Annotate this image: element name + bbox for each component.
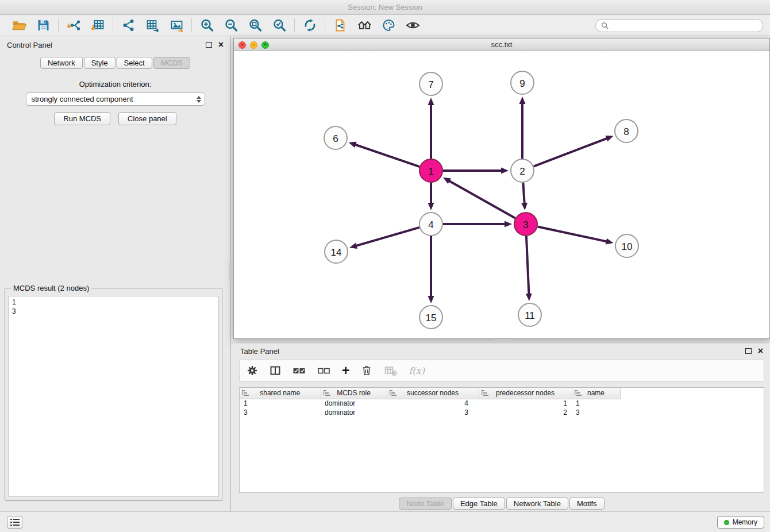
tab-network-table[interactable]: Network Table xyxy=(506,498,568,510)
zoom-fit-button[interactable] xyxy=(243,17,267,34)
delete-column-icon[interactable] xyxy=(361,365,372,376)
deselect-all-icon[interactable] xyxy=(317,365,330,376)
table-cell[interactable]: dominator xyxy=(321,408,387,417)
table-cell[interactable]: 1 xyxy=(572,399,620,408)
search-input[interactable] xyxy=(612,21,757,30)
mcds-result-list[interactable]: 1 3 xyxy=(8,296,219,497)
toolbar-separator xyxy=(113,18,113,32)
column-header-mcds-role[interactable]: MCDS role xyxy=(321,388,387,399)
graph-edge-arrowhead xyxy=(505,221,512,228)
tab-style[interactable]: Style xyxy=(84,57,116,69)
show-panels-button[interactable] xyxy=(7,516,22,529)
tab-motifs[interactable]: Motifs xyxy=(569,498,605,510)
vertical-splitter-handle[interactable] xyxy=(229,261,232,282)
new-network-button[interactable] xyxy=(116,17,140,34)
mcds-result-title: MCDS result (2 nodes) xyxy=(11,284,91,292)
graph-node-label: 9 xyxy=(519,78,525,89)
float-panel-icon[interactable] xyxy=(206,42,212,48)
import-network-button[interactable] xyxy=(61,17,86,34)
table-cell[interactable]: 1 xyxy=(479,399,572,408)
graph-edge-arrowhead xyxy=(606,238,614,245)
zoom-window-icon[interactable]: + xyxy=(261,41,269,49)
table-cell[interactable]: 1 xyxy=(240,399,321,408)
graph-edge-arrowhead xyxy=(349,242,357,249)
table-cell[interactable]: 3 xyxy=(387,408,479,417)
network-canvas[interactable]: 7968124314101511 xyxy=(234,51,769,338)
zoom-out-button[interactable] xyxy=(219,17,243,34)
close-panel-button[interactable]: Close panel xyxy=(118,112,176,125)
zoom-out-icon xyxy=(224,18,238,32)
float-panel-icon[interactable] xyxy=(745,348,752,354)
close-panel-icon[interactable]: × xyxy=(218,40,224,49)
table-cell[interactable]: dominator xyxy=(321,399,387,408)
close-window-icon[interactable]: × xyxy=(238,41,246,49)
network-window-titlebar[interactable]: × − + scc.txt xyxy=(234,38,769,51)
minimize-window-icon[interactable]: − xyxy=(250,41,257,49)
tab-select[interactable]: Select xyxy=(117,57,152,69)
graph-node-label: 8 xyxy=(623,126,629,137)
zoom-selected-button[interactable] xyxy=(267,17,291,34)
memory-button[interactable]: Memory xyxy=(717,516,764,529)
graph-edge-arrowhead xyxy=(428,98,434,105)
export-table-button[interactable] xyxy=(140,17,164,34)
result-item: 1 xyxy=(12,298,215,307)
first-neighbors-button[interactable] xyxy=(352,17,376,34)
select-all-icon[interactable] xyxy=(292,365,306,376)
graph-edge-3-10[interactable] xyxy=(538,226,607,241)
tab-mcds[interactable]: MCDS xyxy=(153,57,190,69)
tab-node-table[interactable]: Node Table xyxy=(399,498,452,510)
copy-view-icon xyxy=(333,18,348,32)
status-bar: Memory xyxy=(0,511,770,532)
column-header-predecessor-nodes[interactable]: predecessor nodes xyxy=(479,388,572,399)
table-cell[interactable]: 3 xyxy=(572,408,620,417)
save-session-button[interactable] xyxy=(31,17,55,34)
graph-edge-3-11[interactable] xyxy=(526,236,529,294)
graph-node-label: 4 xyxy=(428,219,433,230)
import-table-button[interactable] xyxy=(86,17,110,34)
control-panel: Control Panel × Network Style Select MCD… xyxy=(0,36,231,511)
control-panel-title: Control Panel xyxy=(7,41,52,49)
tab-network[interactable]: Network xyxy=(40,57,83,69)
copy-view-button[interactable] xyxy=(328,17,352,34)
table-cell[interactable]: 4 xyxy=(387,399,479,408)
show-hide-button[interactable] xyxy=(401,17,425,34)
search-field[interactable] xyxy=(595,19,763,32)
network-graph: 7968124314101511 xyxy=(234,51,769,338)
column-header-name[interactable]: name xyxy=(572,388,620,399)
graph-edge-2-3[interactable] xyxy=(523,183,524,203)
graph-edge-1-6[interactable] xyxy=(355,145,419,167)
show-columns-icon[interactable] xyxy=(270,365,281,376)
table-cell[interactable]: 3 xyxy=(240,408,321,417)
table-settings-gear-icon[interactable] xyxy=(247,365,258,376)
graph-node-label: 15 xyxy=(426,313,437,323)
table-cell[interactable]: 2 xyxy=(479,408,572,417)
graph-node-label: 14 xyxy=(331,247,342,258)
result-item: 3 xyxy=(12,307,215,316)
graph-edge-3-1[interactable] xyxy=(449,181,515,218)
window-title: Session: New Session xyxy=(0,0,770,15)
save-icon xyxy=(36,18,51,32)
graph-edge-2-8[interactable] xyxy=(534,138,607,167)
style-button[interactable] xyxy=(376,17,401,34)
graph-edge-arrowhead xyxy=(428,203,434,210)
column-header-successor-nodes[interactable]: successor nodes xyxy=(387,388,479,399)
criterion-dropdown-value: strongly connected component xyxy=(32,95,133,103)
add-column-icon[interactable]: + xyxy=(342,364,349,377)
graph-edge-4-14[interactable] xyxy=(356,228,419,246)
apply-layout-button[interactable] xyxy=(298,17,322,34)
table-row[interactable]: 3 dominator 3 2 3 xyxy=(240,408,620,417)
run-mcds-button[interactable]: Run MCDS xyxy=(54,112,110,125)
column-sort-icon xyxy=(575,390,582,398)
graph-edge-arrowhead xyxy=(501,168,509,174)
graph-node-label: 10 xyxy=(622,241,633,252)
close-panel-icon[interactable]: × xyxy=(758,346,763,356)
horizontal-splitter-handle[interactable] xyxy=(491,340,512,342)
table-row[interactable]: 1 dominator 4 1 1 xyxy=(240,399,620,408)
column-header-shared-name[interactable]: shared name xyxy=(240,388,321,399)
tab-edge-table[interactable]: Edge Table xyxy=(453,498,505,510)
zoom-in-button[interactable] xyxy=(195,17,219,34)
graph-node-label: 2 xyxy=(519,166,525,177)
criterion-dropdown[interactable]: strongly connected component xyxy=(26,92,205,106)
export-image-button[interactable] xyxy=(164,17,188,34)
open-session-button[interactable] xyxy=(7,17,31,34)
